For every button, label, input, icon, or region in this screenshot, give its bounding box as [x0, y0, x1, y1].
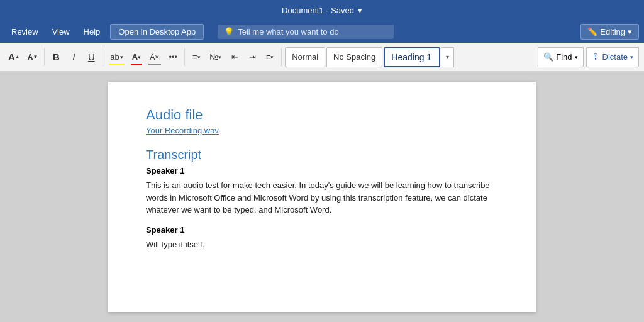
highlight-dropdown[interactable]: ▾: [120, 54, 123, 60]
transcript-body: This is an audio test for make tech easi…: [146, 179, 498, 216]
editing-chevron: ▾: [628, 27, 632, 36]
clear-format-label: A: [150, 53, 155, 62]
clear-format-icon: ✕: [155, 54, 160, 60]
font-color-label: A: [132, 52, 138, 62]
font-color-dropdown[interactable]: ▾: [138, 54, 141, 60]
ribbon-right: 🔍 Find ▾ 🎙 Dictate ▾: [538, 47, 639, 67]
increase-indent-button[interactable]: ⇥: [244, 47, 260, 67]
title-bar: Document1 - Saved ▾: [0, 0, 644, 20]
bullets-button[interactable]: ≡ ▾: [188, 47, 204, 67]
audio-file-heading: Audio file: [146, 107, 498, 123]
font-size-increase-button[interactable]: A▲: [5, 47, 23, 67]
numbering-dropdown[interactable]: ▾: [218, 54, 221, 60]
ribbon: A▲ A▼ B I U ab ▾ A ▾ A ✕ ••• ≡ ▾ № ▾ ⇤ ⇥…: [0, 43, 644, 72]
highlight-color-bar: [109, 64, 124, 65]
find-dropdown[interactable]: ▾: [575, 54, 578, 60]
numbering-button[interactable]: № ▾: [206, 47, 225, 67]
align-button[interactable]: ≡ ▾: [262, 47, 278, 67]
open-desktop-button[interactable]: Open in Desktop App: [110, 24, 204, 40]
style-dropdown-button[interactable]: ▾: [441, 47, 454, 67]
font-color-button[interactable]: A ▾: [128, 47, 145, 67]
dictate-label: Dictate: [602, 52, 628, 62]
search-box[interactable]: 💡 Tell me what you want to do: [218, 25, 394, 39]
separator-3: [184, 48, 185, 66]
align-dropdown[interactable]: ▾: [270, 54, 274, 60]
decrease-indent-button[interactable]: ⇤: [226, 47, 243, 67]
style-heading1[interactable]: Heading 1: [384, 47, 440, 67]
audio-file-link[interactable]: Your Recording.wav: [146, 126, 498, 135]
document-page[interactable]: Audio file Your Recording.wav Transcript…: [108, 82, 536, 312]
lightbulb-icon: 💡: [224, 27, 234, 36]
italic-button[interactable]: I: [65, 47, 82, 67]
speaker2-label: Speaker 1: [146, 225, 498, 235]
document-title: Document1 - Saved: [282, 6, 354, 15]
separator-1: [44, 48, 45, 66]
dictate-dropdown[interactable]: ▾: [630, 54, 633, 60]
document-area: Audio file Your Recording.wav Transcript…: [0, 72, 644, 322]
separator-4: [281, 48, 282, 66]
menu-review[interactable]: Review: [5, 23, 45, 40]
transcript-body2: Will type it itself.: [146, 238, 498, 251]
underline-button[interactable]: U: [83, 47, 99, 67]
find-label: Find: [556, 52, 572, 62]
font-color-bar: [131, 64, 142, 65]
bold-button[interactable]: B: [48, 47, 64, 67]
dictate-button[interactable]: 🎙 Dictate ▾: [586, 47, 639, 67]
style-no-spacing[interactable]: No Spacing: [326, 47, 382, 67]
bullets-dropdown[interactable]: ▾: [197, 54, 201, 60]
align-icon: ≡: [266, 52, 271, 62]
search-icon: 🔍: [543, 52, 553, 62]
speaker1-label: Speaker 1: [146, 166, 498, 175]
editing-button[interactable]: ✏️ Editing ▾: [580, 24, 639, 40]
editing-label: Editing: [600, 27, 625, 36]
increase-indent-icon: ⇥: [249, 52, 256, 62]
style-dropdown-chevron: ▾: [446, 53, 449, 60]
title-chevron[interactable]: ▾: [358, 6, 362, 15]
transcript-heading: Transcript: [146, 148, 498, 162]
more-button[interactable]: •••: [165, 47, 181, 67]
menu-bar: Review View Help Open in Desktop App 💡 T…: [0, 20, 644, 43]
pencil-icon: ✏️: [587, 27, 597, 36]
search-placeholder-text: Tell me what you want to do: [238, 27, 338, 36]
menu-view[interactable]: View: [46, 23, 76, 40]
decrease-indent-icon: ⇤: [231, 52, 238, 62]
clear-format-button[interactable]: A ✕: [146, 47, 164, 67]
separator-2: [103, 48, 103, 66]
highlight-button[interactable]: ab ▾: [106, 47, 126, 67]
menu-help[interactable]: Help: [77, 23, 107, 40]
font-size-decrease-button[interactable]: A▼: [25, 47, 42, 67]
style-normal[interactable]: Normal: [285, 47, 325, 67]
find-button[interactable]: 🔍 Find ▾: [538, 47, 583, 67]
clear-bar: [148, 64, 161, 65]
numbering-icon: №: [209, 52, 218, 62]
highlight-label: ab: [110, 52, 119, 62]
bullets-icon: ≡: [192, 52, 197, 62]
mic-icon: 🎙: [592, 52, 600, 62]
